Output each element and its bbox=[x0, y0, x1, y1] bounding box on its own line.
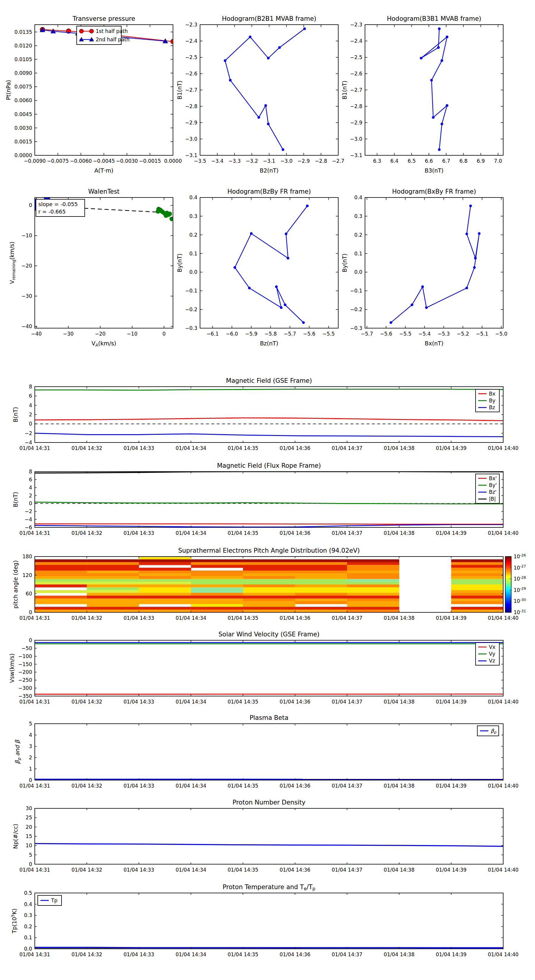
x-tick-label: 01/04 14:39 bbox=[436, 530, 466, 536]
y-tick-label: 8 bbox=[29, 469, 32, 474]
x-tick-label: 01/04 14:38 bbox=[384, 867, 414, 873]
y-axis-label: By(nT) bbox=[176, 254, 183, 272]
x-tick-label: 6.7 bbox=[442, 158, 450, 164]
y-tick-label: −2.9 bbox=[350, 120, 362, 126]
colorbar-tick-label: 10-27 bbox=[514, 564, 526, 571]
x-tick-label: −3.4 bbox=[211, 158, 223, 164]
chart-title: Plasma Beta bbox=[250, 714, 289, 721]
x-tick-label: 01/04 14:35 bbox=[228, 867, 258, 873]
y-tick-label: 0.0120 bbox=[14, 43, 32, 49]
x-tick-label: −20 bbox=[95, 331, 105, 337]
series-layer bbox=[35, 472, 503, 527]
series-layer bbox=[224, 27, 306, 151]
y-tick-label: −350 bbox=[18, 693, 32, 699]
x-tick-label: −0.0060 bbox=[70, 158, 92, 164]
x-tick-label: 01/04 14:31 bbox=[19, 530, 50, 536]
y-tick-label: −2.8 bbox=[350, 103, 362, 109]
x-tick-label: 0 bbox=[163, 331, 166, 337]
y-tick-label: 0.0030 bbox=[14, 125, 32, 131]
x-tick-label: −5.7 bbox=[361, 331, 373, 337]
legend-label: 2nd half path bbox=[96, 37, 129, 43]
x-axis-label: B3(nT) bbox=[425, 167, 444, 174]
legend: βp bbox=[478, 726, 499, 736]
x-tick-label: 01/04 14:36 bbox=[280, 783, 310, 789]
x-tick-label: 01/04 14:31 bbox=[19, 615, 50, 621]
x-tick-label: −0.0075 bbox=[47, 158, 69, 164]
x-tick-label: 01/04 14:34 bbox=[176, 951, 206, 958]
y-tick-label: −10 bbox=[21, 232, 32, 239]
x-tick-label: 01/04 14:34 bbox=[176, 445, 206, 451]
y-tick-label: −40 bbox=[21, 323, 32, 329]
axes-frame bbox=[35, 640, 503, 696]
x-tick-label: 01/04 14:33 bbox=[124, 783, 154, 789]
series-bx bbox=[35, 418, 503, 420]
y-tick-label: −2.4 bbox=[185, 38, 197, 44]
x-tick-label: 01/04 14:37 bbox=[332, 530, 362, 536]
axes-frame bbox=[35, 893, 503, 949]
colorbar-tick-label: 10-29 bbox=[514, 587, 526, 593]
figure-canvas: −0.0090−0.0075−0.0060−0.0045−0.0030−0.00… bbox=[0, 0, 535, 980]
y-axis-label: Vsw(km/s) bbox=[9, 653, 15, 683]
x-tick-label: −0.0015 bbox=[139, 158, 161, 164]
y-tick-label: 0.0 bbox=[354, 269, 362, 275]
axes-frame bbox=[200, 197, 338, 328]
x-tick-label: 01/04 14:36 bbox=[280, 699, 310, 705]
x-tick-label: −5.3 bbox=[438, 331, 450, 337]
x-tick-label: 01/04 14:35 bbox=[228, 699, 258, 705]
y-tick-label: −3.0 bbox=[350, 136, 362, 142]
x-tick-label: 01/04 14:35 bbox=[228, 615, 258, 621]
x-tick-label: 01/04 14:37 bbox=[332, 867, 362, 873]
colorbar-tick-label: 10-28 bbox=[514, 576, 526, 582]
x-tick-label: 01/04 14:35 bbox=[228, 445, 258, 451]
y-tick-label: 5 bbox=[29, 852, 32, 858]
x-tick-label: 01/04 14:40 bbox=[488, 951, 518, 958]
x-tick-label: 01/04 14:34 bbox=[176, 867, 206, 873]
x-tick-label: −0.0090 bbox=[24, 158, 46, 164]
y-tick-label: 0.1 bbox=[189, 251, 197, 256]
x-tick-label: −0.0030 bbox=[116, 158, 138, 164]
y-tick-label: −2.5 bbox=[350, 54, 362, 60]
y-tick-label: −2.7 bbox=[185, 87, 197, 93]
axes-frame bbox=[35, 472, 503, 527]
series-layer bbox=[35, 389, 503, 437]
y-tick-label: −0.3 bbox=[350, 325, 362, 331]
y-tick-label: 0.0045 bbox=[14, 111, 32, 117]
y-tick-label: 4 bbox=[29, 402, 32, 408]
x-tick-label: 01/04 14:40 bbox=[488, 615, 518, 621]
annotation-line: r = -0.665 bbox=[38, 208, 66, 215]
x-tick-label: 01/04 14:31 bbox=[19, 699, 50, 705]
x-tick-label: 6.3 bbox=[373, 158, 381, 164]
y-tick-label: −2.9 bbox=[185, 120, 197, 126]
y-tick-label: 2 bbox=[29, 412, 32, 418]
chart-tp: 01/04 14:3101/04 14:3201/04 14:3301/04 1… bbox=[10, 883, 519, 958]
y-tick-label: 0.2 bbox=[354, 232, 362, 238]
series-layer bbox=[35, 643, 503, 694]
chart-title: Hodogram(B2B1 MVAB frame) bbox=[222, 15, 316, 22]
y-axis-label: Tp(105K) bbox=[10, 908, 18, 934]
x-tick-label: 01/04 14:39 bbox=[436, 699, 466, 705]
x-tick-label: 01/04 14:33 bbox=[124, 615, 154, 621]
series-tp bbox=[35, 947, 503, 948]
x-tick-label: −5.0 bbox=[495, 331, 507, 337]
colorbar-tick-label: 10-30 bbox=[514, 598, 526, 604]
x-tick-label: 01/04 14:34 bbox=[176, 783, 206, 789]
y-tick-label: 0.0060 bbox=[14, 97, 32, 103]
y-tick-label: −0.1 bbox=[350, 288, 362, 294]
x-tick-label: −5.8 bbox=[265, 331, 277, 337]
x-tick-label: 01/04 14:40 bbox=[488, 867, 518, 873]
axes-frame bbox=[35, 197, 173, 328]
x-tick-label: 01/04 14:33 bbox=[124, 445, 154, 451]
x-tick-label: 01/04 14:37 bbox=[332, 783, 362, 789]
colorbar: 10-2610-2710-2810-2910-3010-31 bbox=[505, 553, 526, 615]
legend-label: Vx bbox=[489, 644, 495, 650]
series-bx bbox=[35, 524, 503, 524]
y-tick-label: 4 bbox=[29, 485, 32, 491]
series-np bbox=[35, 843, 503, 846]
x-tick-label: 01/04 14:31 bbox=[19, 867, 50, 873]
series-b3-b1 bbox=[421, 29, 447, 150]
x-tick-label: −5.6 bbox=[303, 331, 315, 337]
x-axis-label: VA(km/s) bbox=[91, 340, 116, 347]
x-tick-label: 01/04 14:37 bbox=[332, 951, 362, 958]
x-tick-label: −2.9 bbox=[297, 158, 310, 164]
colorbar-tick-label: 10-26 bbox=[514, 553, 526, 560]
